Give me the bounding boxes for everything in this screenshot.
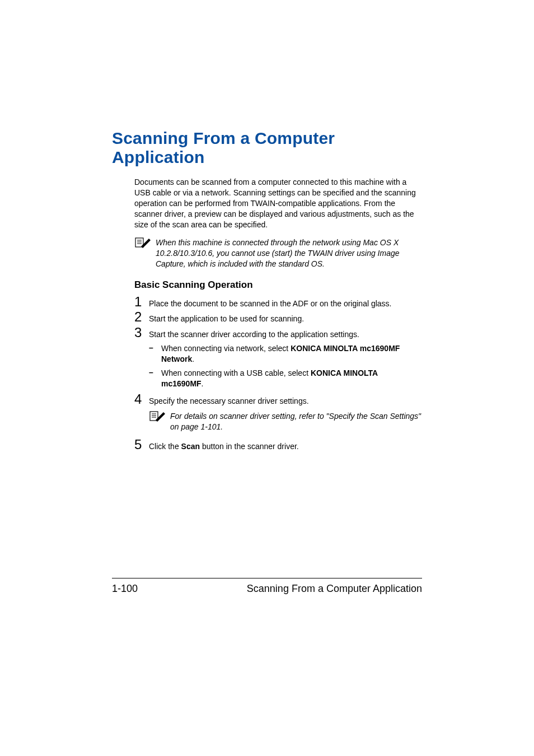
bullet-pre: When connecting with a USB cable, select <box>161 368 311 377</box>
note-icon <box>134 236 151 249</box>
page-title: Scanning From a Computer Application <box>112 129 422 167</box>
step-text: Click the Scan button in the scanner dri… <box>149 441 422 452</box>
steps-list: 1 Place the document to be scanned in th… <box>134 295 422 452</box>
step-4-note: For details on scanner driver setting, r… <box>149 411 422 432</box>
page-footer: 1-100 Scanning From a Computer Applicati… <box>112 578 422 595</box>
step-num: 4 <box>134 393 149 406</box>
step-5-pre: Click the <box>149 442 181 451</box>
footer-title: Scanning From a Computer Application <box>247 583 422 595</box>
bullet-post: . <box>202 379 204 388</box>
step-2: 2 Start the application to be used for s… <box>134 310 422 324</box>
note-1: When this machine is connected through t… <box>134 237 422 269</box>
step-num: 5 <box>134 438 149 451</box>
step-5-post: button in the scanner driver. <box>200 442 299 451</box>
step-text: Place the document to be scanned in the … <box>149 298 422 309</box>
step-4: 4 Specify the necessary scanner driver s… <box>134 393 422 407</box>
step-num: 3 <box>134 326 149 339</box>
step-num: 1 <box>134 295 149 309</box>
dash-icon: – <box>149 368 161 377</box>
dash-icon: – <box>149 343 161 352</box>
step-1: 1 Place the document to be scanned in th… <box>134 295 422 309</box>
step-5: 5 Click the Scan button in the scanner d… <box>134 438 422 452</box>
step-3-bullet-1: – When connecting via network, select KO… <box>149 343 422 365</box>
step-4-note-text: For details on scanner driver setting, r… <box>170 411 422 432</box>
intro-text: Documents can be scanned from a computer… <box>134 177 422 230</box>
page: Scanning From a Computer Application Doc… <box>0 0 534 756</box>
step-5-bold: Scan <box>181 442 200 451</box>
step-num: 2 <box>134 310 149 324</box>
intro-block: Documents can be scanned from a computer… <box>134 177 422 452</box>
bullet-text: When connecting via network, select KONI… <box>161 343 422 365</box>
bullet-pre: When connecting via network, select <box>161 344 291 353</box>
note-1-text: When this machine is connected through t… <box>156 237 422 269</box>
note-icon <box>149 410 166 422</box>
step-text: Start the application to be used for sca… <box>149 313 422 324</box>
step-text: Start the scanner driver according to th… <box>149 329 422 340</box>
section-heading: Basic Scanning Operation <box>134 279 422 291</box>
bullet-post: . <box>192 354 194 363</box>
page-number: 1-100 <box>112 583 138 595</box>
bullet-text: When connecting with a USB cable, select… <box>161 368 422 389</box>
step-3: 3 Start the scanner driver according to … <box>134 326 422 340</box>
step-text: Specify the necessary scanner driver set… <box>149 395 422 407</box>
step-3-bullet-2: – When connecting with a USB cable, sele… <box>149 368 422 389</box>
